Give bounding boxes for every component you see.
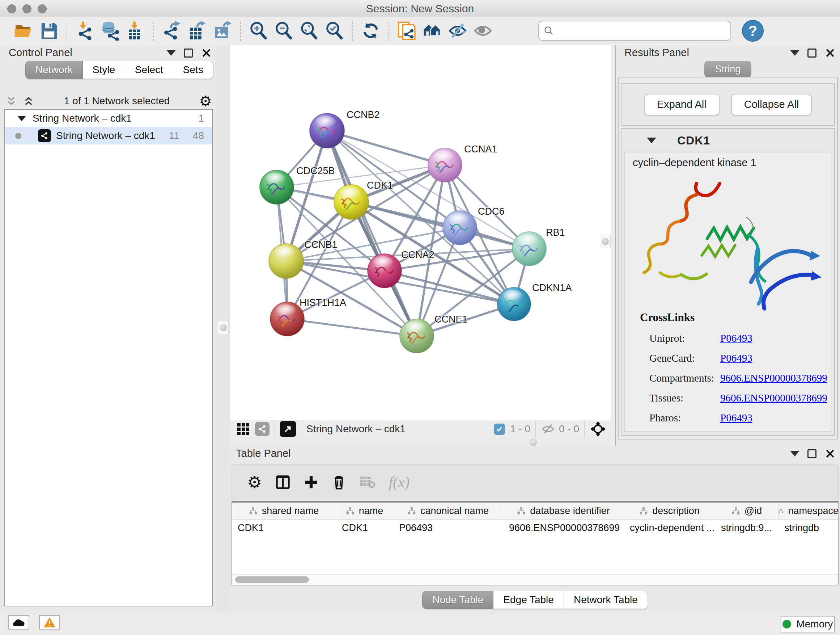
export-table-button[interactable] <box>185 18 210 43</box>
table-cell[interactable]: CDK1 <box>336 519 393 536</box>
node-CDK1[interactable]: CDK1 <box>334 180 393 219</box>
hidden-node-edge-counts: 0 - 0 <box>559 423 579 435</box>
table-toolbar: ⚙ f(x) <box>232 464 838 500</box>
network-collection-row[interactable]: String Network – cdk1 1 <box>5 110 212 127</box>
table-cell[interactable]: 9606.ENSP00000378699 <box>503 519 624 536</box>
horizontal-splitter-handle[interactable] <box>530 439 537 446</box>
refresh-view-button[interactable] <box>358 18 384 43</box>
import-network-file-button[interactable] <box>73 18 98 43</box>
add-column-icon[interactable] <box>304 475 318 489</box>
edge-HIST1H1A-CCNE1[interactable] <box>287 319 417 336</box>
horizontal-splitter[interactable] <box>230 438 615 446</box>
crosslink-link[interactable]: 9606.ENSP00000378699 <box>720 392 827 404</box>
network-row[interactable]: String Network – cdk1 11 48 <box>5 127 212 144</box>
search-box[interactable] <box>538 21 731 41</box>
fit-content-button[interactable] <box>297 18 322 43</box>
table-cell[interactable]: stringdb <box>778 519 838 536</box>
collection-expand-icon[interactable] <box>17 116 26 121</box>
network-canvas[interactable]: CCNB2CCNA1CDC25BCDK1CDC6RB1CCNB1CCNA2CDK… <box>230 45 611 420</box>
crosslink-link[interactable]: P06493 <box>720 412 752 424</box>
search-input[interactable] <box>554 25 726 37</box>
table-cell[interactable]: cyclin-dependent ... <box>624 519 715 536</box>
tab-style[interactable]: Style <box>83 61 125 79</box>
node-table[interactable]: shared namenamecanonical namedatabase id… <box>232 501 838 585</box>
birds-eye-toggle-icon[interactable] <box>590 421 606 437</box>
grid-view-icon[interactable] <box>237 423 249 435</box>
panel-menu-icon[interactable] <box>790 451 799 456</box>
close-panel-icon[interactable]: × <box>824 48 836 57</box>
tab-select[interactable]: Select <box>125 61 173 79</box>
zoom-selected-icon <box>325 21 344 41</box>
float-panel-icon[interactable] <box>807 49 816 57</box>
tab-network[interactable]: Network <box>25 61 83 79</box>
float-panel-icon[interactable] <box>807 449 816 458</box>
import-table-file-button[interactable] <box>123 18 148 43</box>
network-view-icon[interactable] <box>255 422 270 436</box>
save-session-button[interactable] <box>36 18 62 43</box>
node-CCNA1[interactable]: CCNA1 <box>428 144 497 182</box>
home-view-button[interactable] <box>420 18 445 43</box>
scrollbar-thumb[interactable] <box>235 576 309 583</box>
panel-menu-icon[interactable] <box>790 50 799 56</box>
table-horizontal-scrollbar[interactable] <box>232 574 838 585</box>
export-network-button[interactable] <box>159 18 185 43</box>
hide-selected-button[interactable] <box>445 18 470 43</box>
table-cell[interactable]: P06493 <box>393 519 503 536</box>
tab-string[interactable]: String <box>704 61 752 78</box>
column-header-name[interactable]: name <box>336 502 393 519</box>
tab-sets[interactable]: Sets <box>173 61 213 79</box>
show-columns-icon[interactable] <box>275 474 291 490</box>
left-splitter-handle[interactable] <box>218 321 229 334</box>
export-image-button[interactable] <box>210 18 235 43</box>
crosslink-link[interactable]: P06493 <box>720 352 752 364</box>
copy-network-button[interactable] <box>394 18 420 43</box>
close-panel-icon[interactable]: × <box>201 48 212 57</box>
cloud-button[interactable] <box>8 615 29 630</box>
import-network-database-button[interactable] <box>98 18 123 43</box>
network-graph[interactable]: CCNB2CCNA1CDC25BCDK1CDC6RB1CCNB1CCNA2CDK… <box>230 45 611 420</box>
selected-checkbox-icon[interactable] <box>494 424 505 435</box>
gene-expand-icon[interactable] <box>647 138 656 143</box>
node-HIST1H1A[interactable]: HIST1H1A <box>270 297 346 336</box>
memory-button[interactable]: Memory <box>781 616 835 632</box>
collapse-all-button[interactable]: Collapse All <box>731 94 812 116</box>
column-header-@id[interactable]: @id <box>715 502 778 519</box>
column-header-shared-name[interactable]: shared name <box>232 502 336 519</box>
table-cell[interactable]: stringdb:9... <box>715 519 778 536</box>
open-in-window-icon[interactable] <box>280 421 296 437</box>
table-cell[interactable]: CDK1 <box>232 519 336 536</box>
table-row[interactable]: CDK1CDK1P064939606.ENSP00000378699cyclin… <box>232 519 838 536</box>
close-panel-icon[interactable]: × <box>824 449 836 458</box>
expand-all-button[interactable]: Expand All <box>644 94 720 116</box>
column-header-canonical-name[interactable]: canonical name <box>393 502 503 519</box>
float-panel-icon[interactable] <box>184 49 193 57</box>
expand-all-icon[interactable] <box>22 95 35 107</box>
panel-menu-icon[interactable] <box>166 50 176 56</box>
gene-description: cyclin–dependent kinase 1 <box>633 157 756 169</box>
tab-network-table[interactable]: Network Table <box>564 591 648 609</box>
node-RB1[interactable]: RB1 <box>512 227 565 266</box>
help-button[interactable]: ? <box>742 20 764 42</box>
crosslink-link[interactable]: 9606.ENSP00000378699 <box>720 372 827 384</box>
table-options-gear-icon[interactable]: ⚙ <box>247 475 262 489</box>
results-scrollbar[interactable] <box>628 428 828 432</box>
zoom-selected-button[interactable] <box>322 18 347 43</box>
tab-node-table[interactable]: Node Table <box>422 591 493 609</box>
node-CDKN1A[interactable]: CDKN1A <box>497 282 572 321</box>
zoom-out-button[interactable] <box>271 18 297 43</box>
right-splitter-handle[interactable] <box>600 234 611 249</box>
delete-column-icon[interactable] <box>332 474 347 490</box>
crosslink-link[interactable]: P06493 <box>720 333 752 344</box>
column-header-namespace[interactable]: namespace <box>778 502 838 519</box>
gene-header[interactable]: CDK1 <box>622 129 834 152</box>
network-options-gear-icon[interactable]: ⚙ <box>199 94 212 108</box>
tab-edge-table[interactable]: Edge Table <box>493 591 564 609</box>
open-file-button[interactable] <box>11 18 36 43</box>
collapse-all-icon[interactable] <box>5 95 17 107</box>
crosslink-label: Uniprot: <box>649 333 720 344</box>
show-all-button[interactable] <box>470 18 496 43</box>
zoom-in-button[interactable] <box>246 18 271 43</box>
column-header-database-identifier[interactable]: database identifier <box>503 502 624 519</box>
warnings-button[interactable] <box>39 615 60 630</box>
column-header-description[interactable]: description <box>624 502 715 519</box>
